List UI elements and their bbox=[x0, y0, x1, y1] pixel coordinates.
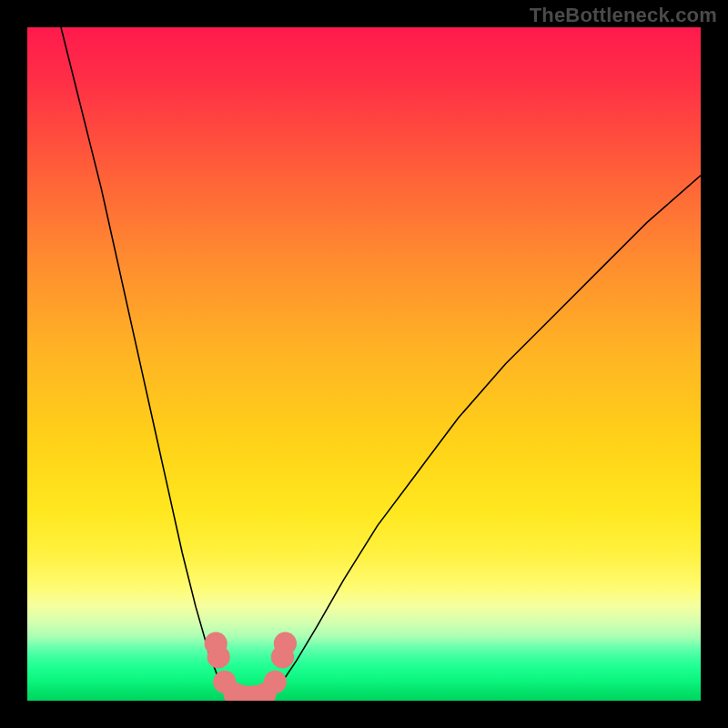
chart-svg bbox=[27, 27, 701, 701]
markers-group bbox=[205, 632, 297, 701]
plot-area bbox=[27, 27, 701, 701]
valley-dot bbox=[274, 632, 297, 655]
valley-dot bbox=[207, 645, 230, 668]
series-group bbox=[61, 27, 701, 698]
chart-root: TheBottleneck.com bbox=[0, 0, 728, 728]
valley-dot bbox=[264, 671, 287, 693]
series-left-arm bbox=[61, 27, 226, 691]
watermark-text: TheBottleneck.com bbox=[530, 4, 717, 27]
series-right-arm bbox=[273, 176, 701, 691]
